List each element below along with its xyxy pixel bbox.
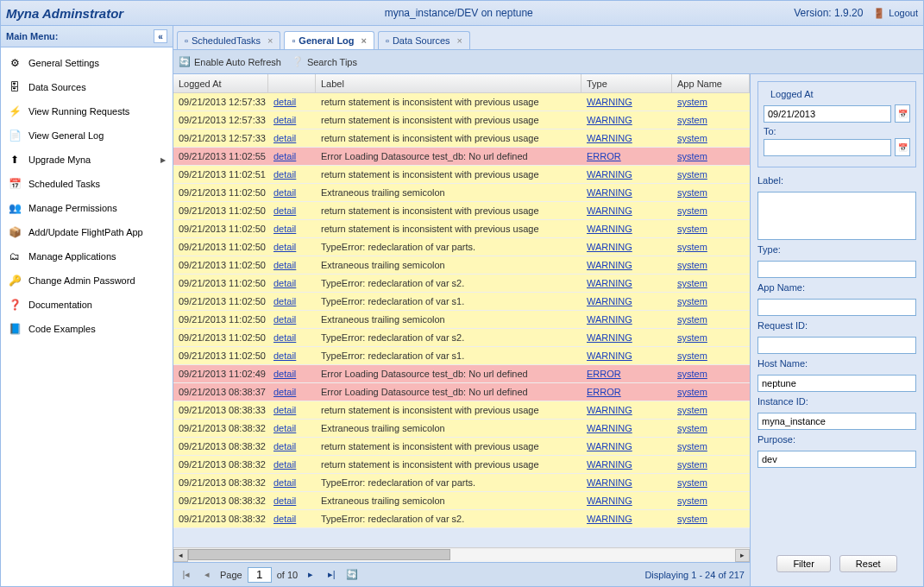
last-page-button[interactable]: ▸| <box>324 567 339 583</box>
type-link[interactable]: WARNING <box>587 459 632 470</box>
log-row[interactable]: 09/21/2013 11:02:50detailreturn statemen… <box>173 202 750 220</box>
app-link[interactable]: system <box>677 314 707 325</box>
log-row[interactable]: 09/21/2013 08:38:32detailTypeError: rede… <box>173 510 750 528</box>
type-link[interactable]: WARNING <box>587 187 632 198</box>
log-row[interactable]: 09/21/2013 11:02:50detailreturn statemen… <box>173 220 750 238</box>
app-link[interactable]: system <box>677 133 707 143</box>
prev-page-button[interactable]: ◂ <box>199 567 215 583</box>
hostname-filter-input[interactable] <box>757 375 916 392</box>
type-link[interactable]: WARNING <box>587 260 632 270</box>
scroll-thumb[interactable] <box>188 549 450 560</box>
app-link[interactable]: system <box>677 151 707 161</box>
type-link[interactable]: WARNING <box>587 169 632 180</box>
sidebar-item-view-general-log[interactable]: 📄View General Log <box>1 123 173 148</box>
search-tips-button[interactable]: ❔ Search Tips <box>292 56 357 67</box>
refresh-page-button[interactable]: 🔄 <box>344 567 360 583</box>
next-page-button[interactable]: ▸ <box>303 567 318 583</box>
app-link[interactable]: system <box>677 187 707 198</box>
app-link[interactable]: system <box>677 441 707 451</box>
log-row[interactable]: 09/21/2013 11:02:50detailExtraneous trai… <box>173 256 750 275</box>
detail-link[interactable]: detail <box>273 133 296 143</box>
tab-scheduledtasks[interactable]: ▫ScheduledTasks× <box>177 31 280 49</box>
detail-link[interactable]: detail <box>273 187 296 198</box>
log-row[interactable]: 09/21/2013 11:02:50detailTypeError: rede… <box>173 293 750 311</box>
type-link[interactable]: WARNING <box>587 115 632 125</box>
detail-link[interactable]: detail <box>273 296 296 306</box>
app-link[interactable]: system <box>677 405 707 415</box>
detail-link[interactable]: detail <box>273 242 296 252</box>
sidebar-item-general-settings[interactable]: ⚙General Settings <box>1 51 173 75</box>
type-link[interactable]: WARNING <box>587 314 632 325</box>
type-link[interactable]: ERROR <box>587 151 621 161</box>
horizontal-scrollbar[interactable]: ◂ ▸ <box>173 547 750 562</box>
detail-link[interactable]: detail <box>273 278 296 288</box>
detail-link[interactable]: detail <box>273 314 296 325</box>
app-link[interactable]: system <box>677 423 707 433</box>
detail-link[interactable]: detail <box>273 459 296 470</box>
app-link[interactable]: system <box>677 459 707 470</box>
app-link[interactable]: system <box>677 260 707 270</box>
detail-link[interactable]: detail <box>273 350 296 361</box>
app-link[interactable]: system <box>677 369 707 379</box>
log-row[interactable]: 09/21/2013 11:02:51detailreturn statemen… <box>173 166 750 184</box>
log-row[interactable]: 09/21/2013 11:02:55detailError Loading D… <box>173 148 750 166</box>
log-row[interactable]: 09/21/2013 08:38:32detailExtraneous trai… <box>173 420 750 438</box>
detail-link[interactable]: detail <box>273 224 296 234</box>
app-link[interactable]: system <box>677 224 707 234</box>
app-link[interactable]: system <box>677 296 707 306</box>
app-link[interactable]: system <box>677 169 707 180</box>
app-link[interactable]: system <box>677 350 707 361</box>
date-from-picker-icon[interactable]: 📅 <box>895 104 910 123</box>
log-row[interactable]: 09/21/2013 08:38:32detailreturn statemen… <box>173 456 750 474</box>
date-to-picker-icon[interactable]: 📅 <box>895 138 910 156</box>
log-row[interactable]: 09/21/2013 12:57:33detailreturn statemen… <box>173 129 750 148</box>
col-detail[interactable] <box>268 74 316 92</box>
log-row[interactable]: 09/21/2013 11:02:50detailTypeError: rede… <box>173 329 750 347</box>
type-link[interactable]: WARNING <box>587 242 632 252</box>
type-link[interactable]: WARNING <box>587 423 632 433</box>
type-link[interactable]: WARNING <box>587 495 632 506</box>
type-link[interactable]: WARNING <box>587 477 632 488</box>
col-app-name[interactable]: App Name <box>672 74 750 92</box>
sidebar-item-code-examples[interactable]: 📘Code Examples <box>1 317 173 341</box>
label-filter-input[interactable] <box>757 192 916 240</box>
sidebar-item-manage-permissions[interactable]: 👥Manage Permissions <box>1 196 173 220</box>
app-link[interactable]: system <box>677 97 707 107</box>
log-row[interactable]: 09/21/2013 11:02:50detailExtraneous trai… <box>173 184 750 202</box>
close-tab-icon[interactable]: × <box>267 35 273 46</box>
detail-link[interactable]: detail <box>273 423 296 433</box>
app-link[interactable]: system <box>677 477 707 488</box>
purpose-filter-input[interactable] <box>757 451 916 468</box>
type-link[interactable]: WARNING <box>587 97 632 107</box>
log-row[interactable]: 09/21/2013 12:57:33detailreturn statemen… <box>173 93 750 111</box>
log-row[interactable]: 09/21/2013 08:38:32detailreturn statemen… <box>173 438 750 456</box>
type-link[interactable]: WARNING <box>587 405 632 415</box>
detail-link[interactable]: detail <box>273 477 296 488</box>
type-link[interactable]: WARNING <box>587 441 632 451</box>
sidebar-item-documentation[interactable]: ❓Documentation <box>1 293 173 317</box>
col-type[interactable]: Type <box>581 74 672 92</box>
type-link[interactable]: WARNING <box>587 296 632 306</box>
scroll-right-button[interactable]: ▸ <box>735 549 750 562</box>
type-link[interactable]: ERROR <box>587 387 621 397</box>
type-link[interactable]: WARNING <box>587 133 632 143</box>
logout-button[interactable]: 🚪 Logout <box>873 8 918 19</box>
reset-button[interactable]: Reset <box>839 555 897 572</box>
type-link[interactable]: WARNING <box>587 332 632 343</box>
log-row[interactable]: 09/21/2013 08:38:37detailError Loading D… <box>173 383 750 401</box>
scroll-track[interactable] <box>188 549 735 562</box>
log-row[interactable]: 09/21/2013 08:38:32detailExtraneous trai… <box>173 492 750 510</box>
sidebar-item-add-update-flightpath-app[interactable]: 📦Add/Update FlightPath App <box>1 220 173 244</box>
detail-link[interactable]: detail <box>273 260 296 270</box>
log-row[interactable]: 09/21/2013 11:02:50detailExtraneous trai… <box>173 311 750 329</box>
tab-general-log[interactable]: ▫General Log× <box>284 31 374 49</box>
app-link[interactable]: system <box>677 278 707 288</box>
date-to-input[interactable] <box>764 139 891 156</box>
detail-link[interactable]: detail <box>273 495 296 506</box>
detail-link[interactable]: detail <box>273 97 296 107</box>
sidebar-item-data-sources[interactable]: 🗄Data Sources <box>1 75 173 99</box>
detail-link[interactable]: detail <box>273 205 296 216</box>
log-row[interactable]: 09/21/2013 12:57:33detailreturn statemen… <box>173 111 750 129</box>
log-row[interactable]: 09/21/2013 11:02:50detailTypeError: rede… <box>173 238 750 256</box>
appname-filter-input[interactable] <box>757 299 916 316</box>
